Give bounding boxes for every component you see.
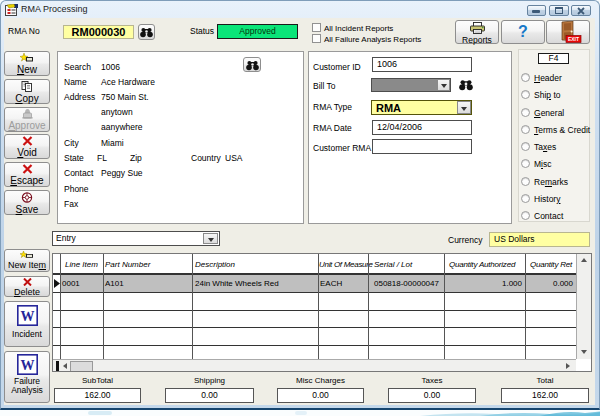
svg-text:W: W [20, 358, 34, 373]
svg-text:W: W [20, 309, 34, 324]
svg-text:EXIT: EXIT [568, 36, 579, 42]
